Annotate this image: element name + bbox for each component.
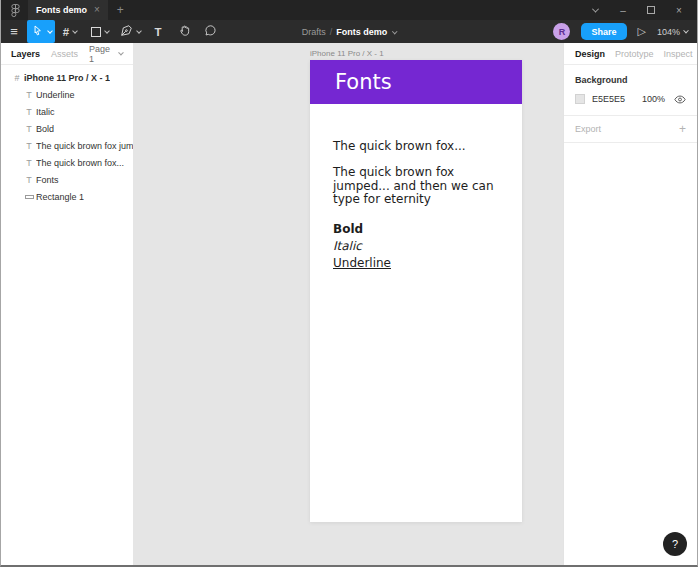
- share-button[interactable]: Share: [581, 23, 626, 40]
- text-layer-underline[interactable]: Underline: [333, 256, 522, 270]
- text-icon: T: [22, 175, 36, 185]
- text-tool-icon: T: [154, 26, 161, 38]
- tab-close-icon[interactable]: ×: [94, 5, 100, 15]
- frame-tool-chevron-icon: [72, 28, 78, 34]
- background-color-row: E5E5E5 100%: [575, 94, 686, 104]
- frame-tool-icon: #: [63, 26, 69, 38]
- tab-assets[interactable]: Assets: [51, 49, 78, 59]
- zoom-level-value: 104%: [657, 27, 680, 37]
- right-panel-tabs: Design Prototype Inspect: [564, 43, 697, 65]
- new-tab-button[interactable]: +: [117, 3, 124, 17]
- help-button[interactable]: ?: [663, 532, 687, 556]
- text-tool-button[interactable]: T: [145, 20, 171, 43]
- tab-design[interactable]: Design: [575, 49, 605, 59]
- text-layer-fox-paragraph[interactable]: The quick brown fox jumped... and then w…: [333, 166, 509, 207]
- rectangle-tool-icon: [91, 27, 101, 37]
- pen-tool-icon: [120, 23, 133, 41]
- frame-tool-button[interactable]: #: [55, 20, 85, 43]
- figma-logo-icon: [10, 3, 21, 18]
- layer-row-text[interactable]: T Fonts: [1, 171, 133, 188]
- tab-inspect[interactable]: Inspect: [664, 49, 693, 59]
- background-hex-value[interactable]: E5E5E5: [592, 94, 625, 104]
- frame-body: The quick brown fox... The quick brown f…: [310, 104, 522, 270]
- layer-row-text[interactable]: T Italic: [1, 103, 133, 120]
- layer-row-text[interactable]: T Underline: [1, 86, 133, 103]
- layer-row-rectangle[interactable]: Rectangle 1: [1, 188, 133, 205]
- text-icon: T: [22, 107, 36, 117]
- left-panel-tabs: Layers Assets Page 1: [1, 43, 133, 65]
- properties-panel: Design Prototype Inspect Background E5E5…: [563, 43, 697, 565]
- breadcrumb[interactable]: Drafts / Fonts demo: [302, 20, 397, 43]
- hand-tool-button[interactable]: [171, 20, 197, 43]
- comment-tool-button[interactable]: [197, 20, 223, 43]
- export-section-title: Export: [575, 124, 601, 134]
- color-swatch[interactable]: [575, 94, 585, 104]
- text-layer-italic[interactable]: Italic: [333, 239, 522, 253]
- export-section: Export +: [564, 116, 697, 143]
- page-selector-label: Page 1: [89, 44, 115, 64]
- frame-name-label[interactable]: iPhone 11 Pro / X - 1: [310, 49, 384, 58]
- hamburger-icon: ≡: [10, 24, 18, 39]
- toolbar-right-cluster: R Share ▷ 104%: [553, 23, 688, 40]
- hand-tool-icon: [178, 23, 191, 41]
- present-play-icon[interactable]: ▷: [638, 25, 646, 38]
- zoom-level-menu[interactable]: 104%: [657, 27, 688, 37]
- shape-tool-chevron-icon: [104, 28, 110, 34]
- shape-tool-button[interactable]: [85, 20, 115, 43]
- main-menu-button[interactable]: ≡: [1, 20, 27, 43]
- layer-row-text[interactable]: T Bold: [1, 120, 133, 137]
- move-cursor-icon: [31, 23, 44, 41]
- page-selector[interactable]: Page 1: [89, 44, 123, 64]
- move-tool-chevron-icon: [47, 28, 53, 34]
- layers-list: # iPhone 11 Pro / X - 1 T Underline T It…: [1, 65, 133, 205]
- text-layer-fox-short[interactable]: The quick brown fox...: [333, 139, 522, 153]
- tab-layers[interactable]: Layers: [11, 49, 40, 59]
- text-icon: T: [22, 90, 36, 100]
- frame-icon: #: [10, 73, 24, 83]
- pen-tool-chevron-icon: [136, 28, 142, 34]
- minimize-button[interactable]: –: [609, 0, 637, 20]
- zoom-chevron-icon: [683, 27, 689, 33]
- text-layer-bold[interactable]: Bold: [333, 222, 522, 236]
- page-selector-chevron-icon: [118, 49, 123, 54]
- maximize-button[interactable]: [637, 0, 665, 20]
- comment-bubble-icon: [204, 23, 217, 41]
- design-frame[interactable]: Fonts The quick brown fox... The quick b…: [310, 60, 522, 522]
- pen-tool-button[interactable]: [115, 20, 145, 43]
- text-icon: T: [22, 158, 36, 168]
- canvas[interactable]: iPhone 11 Pro / X - 1 Fonts The quick br…: [133, 43, 563, 565]
- breadcrumb-filename[interactable]: Fonts demo: [336, 27, 387, 37]
- toolbar: ≡ #: [1, 20, 697, 43]
- document-tab-label: Fonts demo: [36, 5, 87, 15]
- close-button[interactable]: ×: [665, 0, 693, 20]
- window-controls: – ×: [581, 0, 693, 20]
- breadcrumb-project[interactable]: Drafts: [302, 27, 326, 37]
- layer-row-text[interactable]: T The quick brown fox...: [1, 154, 133, 171]
- text-icon: T: [22, 141, 36, 151]
- background-opacity-value[interactable]: 100%: [642, 94, 665, 104]
- breadcrumb-separator: /: [330, 27, 333, 37]
- document-tab[interactable]: Fonts demo ×: [28, 0, 108, 20]
- figma-window: Fonts demo × + – × ≡ #: [0, 0, 698, 567]
- export-add-button[interactable]: +: [679, 122, 686, 136]
- main-area: Layers Assets Page 1 # iPhone 11 Pro / X…: [1, 43, 697, 565]
- window-menu-chevron-icon[interactable]: [581, 0, 609, 20]
- tab-prototype[interactable]: Prototype: [615, 49, 654, 59]
- user-avatar[interactable]: R: [553, 23, 570, 40]
- frame-header-rectangle[interactable]: Fonts: [310, 60, 522, 104]
- layer-row-text[interactable]: T The quick brown fox jumped......: [1, 137, 133, 154]
- breadcrumb-chevron-icon[interactable]: [392, 27, 396, 37]
- text-icon: T: [22, 124, 36, 134]
- titlebar: Fonts demo × + – ×: [1, 0, 697, 20]
- rectangle-icon: [22, 195, 36, 199]
- visibility-eye-icon[interactable]: [674, 95, 686, 104]
- background-section-title: Background: [575, 75, 686, 85]
- layer-row-frame[interactable]: # iPhone 11 Pro / X - 1: [1, 69, 133, 86]
- background-section: Background E5E5E5 100%: [564, 65, 697, 116]
- move-tool-button[interactable]: [27, 20, 55, 43]
- layers-panel: Layers Assets Page 1 # iPhone 11 Pro / X…: [1, 43, 133, 565]
- frame-title-text[interactable]: Fonts: [310, 70, 392, 94]
